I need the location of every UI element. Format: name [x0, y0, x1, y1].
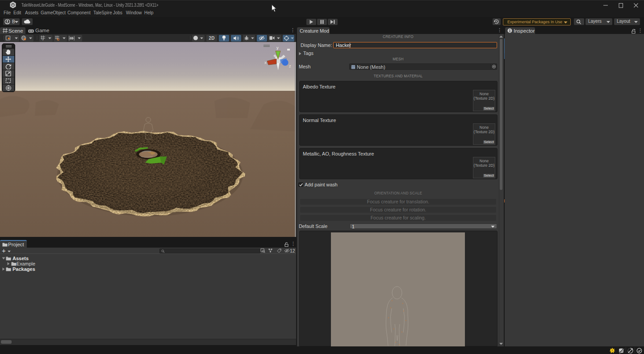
- svg-text:z: z: [289, 63, 291, 68]
- svg-text:↻: ↻: [57, 38, 59, 41]
- svg-text:Y: Y: [42, 38, 44, 41]
- svg-text:y: y: [276, 45, 279, 50]
- svg-text:x: x: [264, 60, 267, 65]
